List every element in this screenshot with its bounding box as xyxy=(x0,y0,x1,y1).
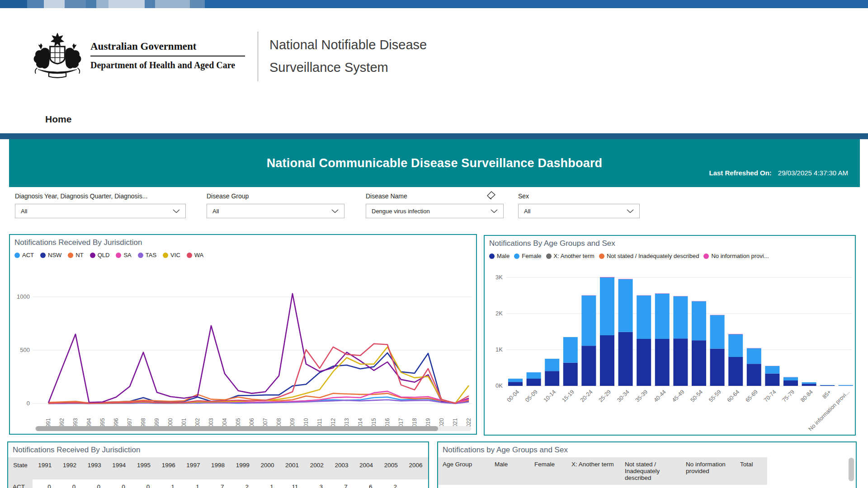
table-cell: 1 xyxy=(156,479,181,488)
x-axis-tick: 25-29 xyxy=(598,389,613,404)
dropdown-value: All xyxy=(21,208,27,215)
vertical-scrollbar[interactable] xyxy=(849,458,854,488)
bar-segment-male xyxy=(618,332,633,386)
disease-group-dropdown[interactable]: All xyxy=(207,204,344,218)
legend-item-no-information-provi-[interactable]: No information provi... xyxy=(703,253,769,259)
legend-label: TAS xyxy=(146,252,156,258)
column-header[interactable]: 1997 xyxy=(181,457,206,479)
column-header[interactable]: Female xyxy=(530,457,567,485)
legend-label: SA xyxy=(123,252,131,258)
legend-item-qld[interactable]: QLD xyxy=(90,252,110,258)
table-cell: 11 xyxy=(280,479,305,488)
filter-diagnosis-period: Diagnosis Year, Diagnosis Quarter, Diagn… xyxy=(15,192,186,218)
column-header[interactable]: State xyxy=(8,457,33,479)
scrollbar-thumb[interactable] xyxy=(849,458,854,481)
nav-home[interactable]: Home xyxy=(45,114,71,125)
bar-segment-female xyxy=(710,315,725,348)
chevron-down-icon xyxy=(331,209,339,213)
dropdown-value: All xyxy=(212,208,219,215)
strip-segment xyxy=(86,0,96,8)
legend-item-nsw[interactable]: NSW xyxy=(40,252,61,258)
legend-dot xyxy=(138,253,143,258)
column-header[interactable]: 1996 xyxy=(156,457,181,479)
bar-segment-female xyxy=(618,279,633,332)
legend-item-not-stated-inadequately-described[interactable]: Not stated / Inadequately described xyxy=(599,253,699,259)
legend-dot xyxy=(40,253,46,258)
column-header[interactable]: No information provided xyxy=(681,457,736,485)
column-header[interactable]: X: Another term xyxy=(567,457,620,485)
column-header[interactable]: 1991 xyxy=(33,457,57,479)
column-header[interactable]: 2000 xyxy=(255,457,280,479)
x-axis-tick: 45-49 xyxy=(671,389,686,404)
scrollbar-thumb[interactable] xyxy=(36,426,438,431)
column-header[interactable]: 2004 xyxy=(354,457,379,479)
x-axis-tick: 00-04 xyxy=(506,389,521,404)
column-header[interactable]: 1995 xyxy=(132,457,156,479)
table-cell: 1 xyxy=(255,479,280,488)
filter-label: Disease Group xyxy=(207,192,344,200)
table-cell xyxy=(403,479,428,488)
legend-label: No information provi... xyxy=(711,253,769,259)
legend-item-x-another-term[interactable]: X: Another term xyxy=(546,253,594,259)
legend-label: WA xyxy=(194,252,203,258)
column-header[interactable]: 1999 xyxy=(230,457,255,479)
system-title-line1: National Notifiable Disease xyxy=(269,33,427,56)
age-sex-bar-chart[interactable]: 0K1K2K3K00-0405-0910-1415-1920-2425-2930… xyxy=(485,264,855,433)
x-axis-tick: 40-44 xyxy=(652,389,667,404)
column-header[interactable]: 2005 xyxy=(378,457,403,479)
system-title-line2: Surveillance System xyxy=(269,56,427,79)
column-header[interactable]: 1994 xyxy=(107,457,132,479)
legend-label: ACT xyxy=(22,252,34,258)
diagnosis-period-dropdown[interactable]: All xyxy=(15,204,186,218)
y-axis-tick: 1K xyxy=(495,346,503,353)
filter-disease-name: Disease Name Dengue virus infection xyxy=(366,192,504,218)
clear-filter-eraser-icon[interactable] xyxy=(485,190,497,202)
x-axis-tick: 80-84 xyxy=(799,389,814,404)
legend-item-vic[interactable]: VIC xyxy=(163,252,180,258)
column-header[interactable]: 1998 xyxy=(206,457,231,479)
line-series-NSW xyxy=(48,353,469,404)
table-title: Notifications by Age Groups and Sex xyxy=(438,442,856,455)
column-header[interactable]: Total xyxy=(736,457,767,485)
bar-segment-male xyxy=(600,335,614,386)
column-header[interactable]: 2001 xyxy=(280,457,305,479)
table-title: Notifications Received By Jurisdiction xyxy=(8,442,428,455)
decorative-top-strip xyxy=(0,0,868,8)
bar-segment-male xyxy=(655,339,670,386)
legend-item-male[interactable]: Male xyxy=(489,253,509,259)
jurisdiction-line-chart[interactable]: 0500100019911992199319941995199619971998… xyxy=(10,263,476,430)
x-axis-tick: 10-14 xyxy=(542,389,557,404)
legend-item-wa[interactable]: WA xyxy=(187,252,203,258)
column-header[interactable]: 2006 xyxy=(403,457,428,479)
column-header[interactable]: 1992 xyxy=(57,457,82,479)
legend-label: Male xyxy=(497,253,509,259)
table-cell: 3 xyxy=(304,479,329,488)
column-header[interactable]: Not stated / Inadequately described xyxy=(620,457,681,485)
disease-name-dropdown[interactable]: Dengue virus infection xyxy=(366,204,504,218)
dropdown-value: All xyxy=(524,208,530,215)
legend-dot xyxy=(514,253,519,259)
legend-label: QLD xyxy=(98,252,110,258)
header-divider xyxy=(258,32,258,81)
bar-segment-female xyxy=(581,296,596,346)
legend-label: VIC xyxy=(170,252,180,258)
legend-item-act[interactable]: ACT xyxy=(14,252,34,258)
bar-segment-no-information-provi- xyxy=(655,293,670,294)
column-header[interactable]: 1993 xyxy=(82,457,107,479)
bar-segment-female xyxy=(527,372,541,379)
column-header[interactable]: Age Group xyxy=(438,457,490,485)
bar-segment-male xyxy=(820,385,835,386)
horizontal-scrollbar[interactable] xyxy=(35,426,471,431)
sex-dropdown[interactable]: All xyxy=(518,204,640,218)
chevron-down-icon xyxy=(627,209,634,213)
bar-segment-female xyxy=(545,359,559,371)
legend-item-tas[interactable]: TAS xyxy=(138,252,156,258)
column-header[interactable]: 2003 xyxy=(329,457,354,479)
legend-item-female[interactable]: Female xyxy=(514,253,541,259)
legend-label: Female xyxy=(522,253,541,259)
age-sex-bar-chart-panel: Notifications By Age Groups and Sex Male… xyxy=(484,235,856,436)
column-header[interactable]: 2002 xyxy=(304,457,329,479)
legend-item-nt[interactable]: NT xyxy=(68,252,83,258)
column-header[interactable]: Male xyxy=(490,457,530,485)
legend-item-sa[interactable]: SA xyxy=(116,252,131,258)
